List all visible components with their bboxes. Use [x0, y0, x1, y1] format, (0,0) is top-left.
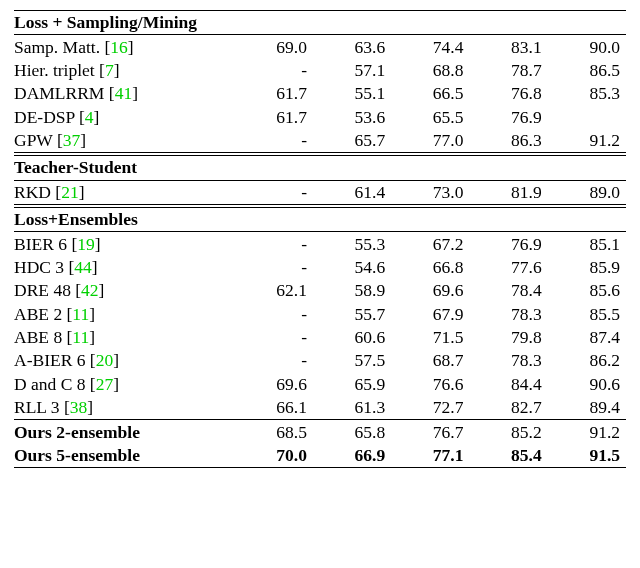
method-name: Ours 2-ensemble — [14, 422, 140, 442]
value-cell: 77.6 — [469, 256, 547, 279]
value-cell: 65.8 — [313, 420, 391, 444]
value-cell: 76.7 — [391, 420, 469, 444]
method-name: A-BIER 6 — [14, 350, 90, 370]
value-cell: 58.9 — [313, 279, 391, 302]
section-header-row: Loss + Sampling/Mining — [14, 11, 626, 35]
method-cell: RKD [21] — [14, 180, 235, 204]
value-cell: 90.0 — [548, 35, 626, 59]
table-row: DAMLRRM [41] 61.7 55.1 66.5 76.8 85.3 — [14, 82, 626, 105]
table-row: DE-DSP [4] 61.7 53.6 65.5 76.9 — [14, 106, 626, 129]
value-cell: 78.7 — [469, 59, 547, 82]
value-cell: 91.2 — [548, 129, 626, 153]
value-cell: 85.3 — [548, 82, 626, 105]
value-cell: 54.6 — [313, 256, 391, 279]
value-cell: 57.5 — [313, 349, 391, 372]
method-cell: HDC 3 [44] — [14, 256, 235, 279]
value-cell: 76.8 — [469, 82, 547, 105]
value-cell: - — [235, 326, 313, 349]
method-name: BIER 6 — [14, 234, 71, 254]
value-cell: 76.9 — [469, 232, 547, 256]
value-cell: 91.5 — [548, 444, 626, 468]
value-cell: - — [235, 303, 313, 326]
cite-close: ] — [128, 37, 134, 57]
value-cell: 66.1 — [235, 396, 313, 420]
value-cell: 85.9 — [548, 256, 626, 279]
value-cell: 76.9 — [469, 106, 547, 129]
cite-num: 4 — [85, 107, 94, 127]
value-cell: 68.7 — [391, 349, 469, 372]
value-cell: 76.6 — [391, 373, 469, 396]
results-table: Loss + Sampling/Mining Samp. Matt. [16] … — [14, 10, 626, 468]
value-cell: 74.4 — [391, 35, 469, 59]
value-cell: 78.3 — [469, 349, 547, 372]
value-cell: 83.1 — [469, 35, 547, 59]
value-cell: 68.8 — [391, 59, 469, 82]
value-cell: 70.0 — [235, 444, 313, 468]
value-cell: 72.7 — [391, 396, 469, 420]
cite-num: 19 — [77, 234, 95, 254]
value-cell: 85.5 — [548, 303, 626, 326]
value-cell: 89.4 — [548, 396, 626, 420]
table-row: BIER 6 [19] - 55.3 67.2 76.9 85.1 — [14, 232, 626, 256]
value-cell — [548, 106, 626, 129]
table-row: DRE 48 [42] 62.1 58.9 69.6 78.4 85.6 — [14, 279, 626, 302]
value-cell: - — [235, 232, 313, 256]
value-cell: 79.8 — [469, 326, 547, 349]
method-cell: DRE 48 [42] — [14, 279, 235, 302]
cite-num: 41 — [115, 83, 133, 103]
value-cell: 78.4 — [469, 279, 547, 302]
method-cell: GPW [37] — [14, 129, 235, 153]
value-cell: 71.5 — [391, 326, 469, 349]
method-cell: Ours 2-ensemble — [14, 420, 235, 444]
method-name: DE-DSP — [14, 107, 79, 127]
value-cell: 67.9 — [391, 303, 469, 326]
value-cell: 53.6 — [313, 106, 391, 129]
table-row: D and C 8 [27] 69.6 65.9 76.6 84.4 90.6 — [14, 373, 626, 396]
table-row: GPW [37] - 65.7 77.0 86.3 91.2 — [14, 129, 626, 153]
method-name: RLL 3 — [14, 397, 64, 417]
cite-num: 44 — [74, 257, 92, 277]
table-row: Ours 2-ensemble 68.5 65.8 76.7 85.2 91.2 — [14, 420, 626, 444]
method-name: Ours 5-ensemble — [14, 445, 140, 465]
value-cell: 89.0 — [548, 180, 626, 204]
value-cell: 85.1 — [548, 232, 626, 256]
value-cell: 66.8 — [391, 256, 469, 279]
table-row: ABE 2 [11] - 55.7 67.9 78.3 85.5 — [14, 303, 626, 326]
method-name: HDC 3 — [14, 257, 68, 277]
value-cell: 86.3 — [469, 129, 547, 153]
cite-num: 16 — [110, 37, 128, 57]
table-row: Ours 5-ensemble 70.0 66.9 77.1 85.4 91.5 — [14, 444, 626, 468]
method-cell: Hier. triplet [7] — [14, 59, 235, 82]
value-cell: 55.7 — [313, 303, 391, 326]
cite-num: 37 — [63, 130, 81, 150]
cite-num: 11 — [72, 304, 89, 324]
value-cell: 78.3 — [469, 303, 547, 326]
value-cell: 61.7 — [235, 106, 313, 129]
value-cell: 67.2 — [391, 232, 469, 256]
value-cell: - — [235, 59, 313, 82]
value-cell: 66.9 — [313, 444, 391, 468]
value-cell: 69.6 — [391, 279, 469, 302]
value-cell: 62.1 — [235, 279, 313, 302]
table-row: HDC 3 [44] - 54.6 66.8 77.6 85.9 — [14, 256, 626, 279]
table-row: Samp. Matt. [16] 69.0 63.6 74.4 83.1 90.… — [14, 35, 626, 59]
method-name: DRE 48 — [14, 280, 75, 300]
value-cell: 86.2 — [548, 349, 626, 372]
table-row: Hier. triplet [7] - 57.1 68.8 78.7 86.5 — [14, 59, 626, 82]
cite-num: 27 — [96, 374, 114, 394]
cite-num: 20 — [96, 350, 114, 370]
method-name: Samp. Matt. — [14, 37, 104, 57]
value-cell: 69.0 — [235, 35, 313, 59]
cite-num: 21 — [61, 182, 79, 202]
value-cell: 55.1 — [313, 82, 391, 105]
value-cell: 87.4 — [548, 326, 626, 349]
section-header-row: Teacher-Student — [14, 156, 626, 180]
cite-num: 7 — [105, 60, 114, 80]
method-cell: A-BIER 6 [20] — [14, 349, 235, 372]
value-cell: 77.0 — [391, 129, 469, 153]
cite-num: 11 — [72, 327, 89, 347]
table-row: RLL 3 [38] 66.1 61.3 72.7 82.7 89.4 — [14, 396, 626, 420]
value-cell: 90.6 — [548, 373, 626, 396]
method-cell: RLL 3 [38] — [14, 396, 235, 420]
value-cell: - — [235, 349, 313, 372]
